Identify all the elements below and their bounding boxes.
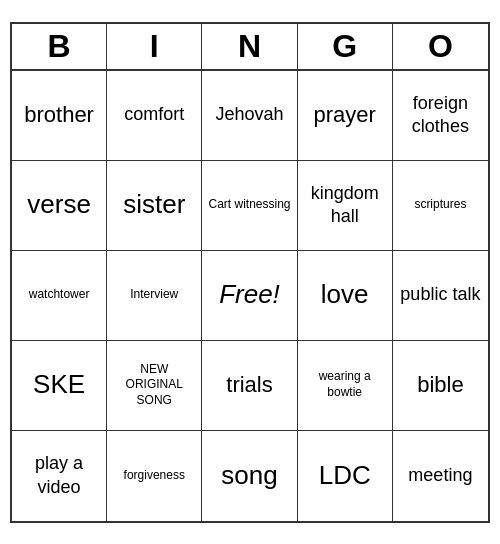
bingo-cell-23: LDC [298,431,393,521]
bingo-cell-18: wearing a bowtie [298,341,393,431]
cell-text-23: LDC [319,459,371,493]
cell-text-3: prayer [314,101,376,130]
cell-text-21: forgiveness [124,468,185,484]
cell-text-22: song [221,459,277,493]
header-letter-n: N [202,24,297,69]
cell-text-11: Interview [130,287,178,303]
bingo-cell-17: trials [202,341,297,431]
cell-text-12: Free! [219,278,280,312]
cell-text-20: play a video [16,452,102,499]
cell-text-18: wearing a bowtie [302,369,388,400]
bingo-cell-1: comfort [107,71,202,161]
header-letter-o: O [393,24,488,69]
cell-text-1: comfort [124,103,184,126]
bingo-cell-8: kingdom hall [298,161,393,251]
bingo-cell-12: Free! [202,251,297,341]
bingo-cell-20: play a video [12,431,107,521]
bingo-cell-24: meeting [393,431,488,521]
cell-text-2: Jehovah [215,103,283,126]
bingo-cell-21: forgiveness [107,431,202,521]
cell-text-10: watchtower [29,287,90,303]
bingo-cell-2: Jehovah [202,71,297,161]
bingo-cell-5: verse [12,161,107,251]
bingo-cell-16: NEW ORIGINAL SONG [107,341,202,431]
cell-text-24: meeting [408,464,472,487]
cell-text-19: bible [417,371,463,400]
header-letter-b: B [12,24,107,69]
bingo-grid: brothercomfortJehovahprayerforeign cloth… [12,71,488,521]
cell-text-4: foreign clothes [397,92,484,139]
cell-text-13: love [321,278,369,312]
bingo-cell-0: brother [12,71,107,161]
cell-text-14: public talk [400,283,480,306]
bingo-cell-4: foreign clothes [393,71,488,161]
bingo-cell-19: bible [393,341,488,431]
cell-text-7: Cart witnessing [208,197,290,213]
bingo-cell-3: prayer [298,71,393,161]
cell-text-9: scriptures [414,197,466,213]
cell-text-15: SKE [33,368,85,402]
bingo-cell-15: SKE [12,341,107,431]
bingo-cell-14: public talk [393,251,488,341]
bingo-cell-10: watchtower [12,251,107,341]
bingo-cell-11: Interview [107,251,202,341]
bingo-card: BINGO brothercomfortJehovahprayerforeign… [10,22,490,523]
bingo-cell-7: Cart witnessing [202,161,297,251]
cell-text-17: trials [226,371,272,400]
cell-text-8: kingdom hall [302,182,388,229]
bingo-header: BINGO [12,24,488,71]
bingo-cell-9: scriptures [393,161,488,251]
cell-text-6: sister [123,188,185,222]
cell-text-0: brother [24,101,94,130]
bingo-cell-13: love [298,251,393,341]
header-letter-g: G [298,24,393,69]
header-letter-i: I [107,24,202,69]
bingo-cell-22: song [202,431,297,521]
cell-text-5: verse [27,188,91,222]
cell-text-16: NEW ORIGINAL SONG [111,362,197,409]
bingo-cell-6: sister [107,161,202,251]
